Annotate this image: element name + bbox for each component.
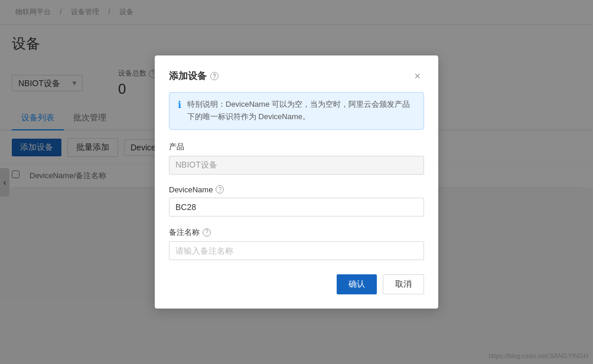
info-box: ℹ 特别说明：DeviceName 可以为空，当为空时，阿里云会颁发产品下的唯一… [169, 92, 424, 130]
modal-title: 添加设备 ? [169, 70, 219, 83]
product-label: 产品 [169, 142, 424, 152]
modal-title-help-icon[interactable]: ? [210, 72, 219, 80]
product-input [169, 156, 424, 175]
add-device-modal: 添加设备 ? × ℹ 特别说明：DeviceName 可以为空，当为空时，阿里云… [155, 55, 438, 188]
modal-overlay[interactable]: 添加设备 ? × ℹ 特别说明：DeviceName 可以为空，当为空时，阿里云… [0, 0, 593, 188]
device-name-label: DeviceName ? [169, 185, 424, 188]
info-box-text: 特别说明：DeviceName 可以为空，当为空时，阿里云会颁发产品下的唯一标识… [187, 99, 415, 123]
modal-header: 添加设备 ? × [169, 70, 424, 83]
modal-close-button[interactable]: × [410, 70, 424, 83]
form-group-device-name: DeviceName ? [169, 185, 424, 188]
info-box-icon: ℹ [178, 99, 181, 110]
device-name-help-icon[interactable]: ? [216, 185, 224, 188]
form-group-product: 产品 document.querySelector('[data-name="p… [169, 142, 424, 175]
